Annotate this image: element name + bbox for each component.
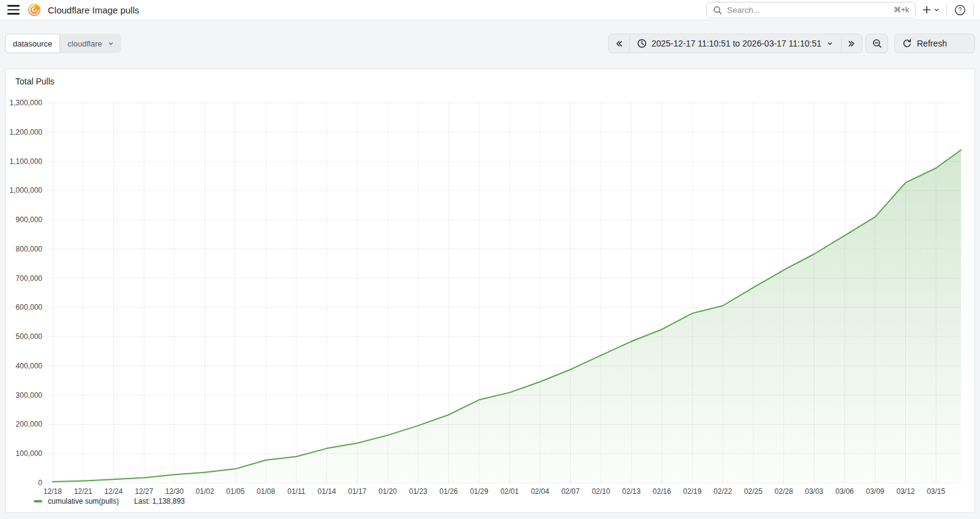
- datasource-value: cloudflare: [67, 39, 102, 48]
- refresh-button[interactable]: Refresh: [894, 34, 975, 53]
- panel-total-pulls: Total Pulls 0100,000200,000300,000400,00…: [5, 69, 975, 513]
- y-tick-label: 900,000: [16, 215, 43, 224]
- y-axis-labels: 0100,000200,000300,000400,000500,000600,…: [10, 99, 43, 487]
- search-field[interactable]: [727, 6, 889, 15]
- x-tick-label: 01/26: [439, 487, 458, 496]
- help-button[interactable]: ?: [953, 3, 967, 17]
- x-tick-label: 02/28: [775, 487, 793, 496]
- y-tick-label: 600,000: [16, 303, 43, 312]
- refresh-icon: [902, 39, 912, 48]
- x-tick-label: 12/21: [74, 487, 92, 496]
- search-shortcut: ⌘+k: [894, 6, 909, 14]
- x-tick-label: 01/05: [226, 487, 244, 496]
- x-tick-label: 12/18: [43, 487, 62, 496]
- time-shift-back-button[interactable]: [608, 34, 630, 53]
- time-shift-forward-button[interactable]: [841, 34, 862, 53]
- x-tick-label: 12/27: [135, 487, 153, 496]
- double-chevron-left-icon: [614, 39, 624, 48]
- menu-toggle-button[interactable]: [6, 4, 21, 15]
- chevron-down-icon: [826, 40, 834, 47]
- y-tick-label: 700,000: [16, 274, 43, 283]
- x-tick-label: 02/25: [744, 487, 763, 496]
- clock-icon: [637, 39, 647, 48]
- y-tick-label: 0: [38, 479, 42, 487]
- x-tick-label: 03/12: [896, 487, 914, 496]
- x-tick-label: 02/07: [561, 487, 579, 496]
- x-tick-label: 03/03: [805, 487, 823, 496]
- x-tick-label: 02/01: [500, 487, 519, 496]
- x-tick-label: 02/04: [531, 487, 549, 496]
- y-tick-label: 200,000: [16, 420, 43, 428]
- svg-text:?: ?: [959, 6, 962, 13]
- zoom-out-icon: [872, 39, 882, 48]
- x-tick-label: 01/02: [196, 487, 214, 496]
- x-tick-label: 03/06: [835, 487, 854, 496]
- hamburger-icon: [7, 5, 20, 14]
- x-tick-label: 02/16: [653, 487, 671, 496]
- zoom-out-button[interactable]: [865, 34, 888, 53]
- top-nav: Cloudflare Image pulls ⌘+k ?: [0, 0, 980, 20]
- y-tick-label: 1,300,000: [10, 99, 43, 107]
- series-area: [53, 150, 961, 483]
- x-tick-label: 01/08: [257, 487, 275, 496]
- chevron-down-icon: [107, 40, 115, 47]
- x-tick-label: 01/11: [287, 487, 305, 496]
- y-tick-label: 800,000: [16, 245, 43, 253]
- search-icon: [713, 6, 722, 15]
- x-tick-label: 03/15: [927, 487, 945, 496]
- divider: [973, 4, 974, 15]
- x-tick-label: 01/17: [348, 487, 366, 496]
- series-color-marker: [34, 500, 42, 502]
- y-tick-label: 300,000: [16, 391, 43, 400]
- x-tick-label: 01/14: [318, 487, 336, 496]
- y-tick-label: 1,200,000: [10, 128, 43, 136]
- time-series-chart[interactable]: 0100,000200,000300,000400,000500,000600,…: [6, 69, 974, 496]
- x-tick-label: 12/24: [104, 487, 123, 496]
- x-tick-label: 03/09: [866, 487, 884, 496]
- legend-last-value: Last: 1,138,893: [134, 497, 185, 506]
- page-title: Cloudflare Image pulls: [48, 5, 139, 15]
- x-tick-label: 02/10: [592, 487, 610, 496]
- y-tick-label: 1,000,000: [10, 186, 43, 195]
- variable-datasource: datasource cloudflare: [5, 34, 121, 53]
- x-axis-labels: 12/1812/2112/2412/2712/3001/0201/0501/08…: [43, 487, 946, 496]
- y-tick-label: 1,100,000: [10, 157, 43, 166]
- variable-label: datasource: [5, 34, 60, 53]
- time-range-picker[interactable]: 2025-12-17 11:10:51 to 2026-03-17 11:10:…: [629, 34, 842, 53]
- legend-series-label: cumulative sum(pulls): [48, 497, 119, 506]
- time-controls: 2025-12-17 11:10:51 to 2026-03-17 11:10:…: [608, 34, 975, 53]
- y-tick-label: 500,000: [16, 332, 43, 341]
- divider: [946, 4, 947, 15]
- x-tick-label: 02/19: [683, 487, 701, 496]
- chart-legend[interactable]: cumulative sum(pulls) Last: 1,138,893: [34, 497, 185, 506]
- search-input[interactable]: ⌘+k: [706, 2, 916, 18]
- x-tick-label: 02/22: [714, 487, 732, 496]
- x-tick-label: 12/30: [165, 487, 184, 496]
- help-icon: ?: [954, 4, 966, 16]
- plus-icon: [922, 5, 932, 15]
- x-tick-label: 01/20: [379, 487, 397, 496]
- time-range-text: 2025-12-17 11:10:51 to 2026-03-17 11:10:…: [652, 39, 821, 48]
- x-tick-label: 01/29: [470, 487, 488, 496]
- y-tick-label: 400,000: [16, 362, 43, 370]
- double-chevron-right-icon: [847, 39, 856, 48]
- dashboard-controls: datasource cloudflare 2025-12-17 11:10:5…: [0, 20, 980, 67]
- chevron-down-icon: [933, 6, 940, 13]
- x-tick-label: 01/23: [409, 487, 428, 496]
- x-tick-label: 02/13: [622, 487, 641, 496]
- datasource-dropdown[interactable]: cloudflare: [60, 34, 121, 53]
- refresh-label: Refresh: [917, 39, 947, 48]
- add-button[interactable]: [922, 5, 940, 15]
- grafana-logo: [27, 2, 42, 17]
- y-tick-label: 100,000: [16, 449, 43, 458]
